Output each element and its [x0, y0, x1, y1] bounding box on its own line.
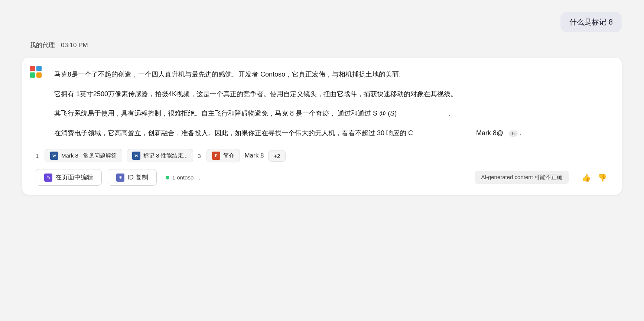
- word-icon-1: W: [50, 152, 58, 160]
- word-icon-2: W: [132, 152, 140, 160]
- ref3-badge[interactable]: P 简介: [206, 149, 240, 162]
- ref-plus-text: +2: [274, 153, 280, 159]
- paragraph-4-text: 在消费电子领域，它高高耸立，创新融合，准备投入。因此，如果你正在寻找一个伟大的无…: [54, 129, 413, 137]
- edit-label: 在页面中编辑: [55, 173, 93, 182]
- paragraph-3: 其飞行系统易于使用，具有远程控制，很难拒绝。自主飞行和障碍物避免，马克 8 是一…: [54, 108, 608, 119]
- paragraph-3-dot: .: [449, 110, 451, 117]
- ref1-number: 1: [36, 153, 40, 159]
- edit-button[interactable]: ✎ 在页面中编辑: [36, 169, 102, 186]
- thumbs-up-button[interactable]: 👍: [580, 172, 592, 183]
- copy-icon: ⊞: [116, 174, 124, 182]
- ai-notice-badge: Al-generated content 可能不正确: [475, 171, 569, 184]
- paragraph-4-badge: 5: [509, 130, 517, 137]
- card-content: 马克8是一个了不起的创造，一个四人直升机与最先进的感觉。开发者 Contoso，…: [54, 69, 608, 139]
- ref3-label: 简介: [223, 152, 234, 159]
- thumbs-down-button[interactable]: 👎: [596, 172, 608, 183]
- paragraph-3-text: 其飞行系统易于使用，具有远程控制，很难拒绝。自主飞行和障碍物避免，马克 8 是一…: [54, 110, 397, 117]
- dot-separator: .: [198, 173, 200, 182]
- thumbs-down-icon: 👎: [598, 174, 607, 182]
- ref3-number: 3: [198, 153, 202, 159]
- agent-name: 我的代理: [30, 41, 55, 49]
- paragraph-1-text: 马克8是一个了不起的创造，一个四人直升机与最先进的感觉。开发者 Contoso，…: [54, 71, 406, 78]
- edit-icon: ✎: [44, 174, 52, 182]
- ref2-badge[interactable]: W 标记 8 性能结束...: [127, 149, 193, 162]
- ref3-product: Mark 8: [244, 152, 264, 159]
- agent-label-row: 我的代理 03:10 PM: [30, 41, 88, 49]
- user-message-text: 什么是标记 8: [569, 18, 613, 26]
- app-icon: [30, 66, 43, 79]
- paragraph-4-ref: Mark 8@: [476, 129, 503, 137]
- ai-notice-text: Al-generated content 可能不正确: [481, 174, 562, 180]
- thumbs-up-icon: 👍: [582, 174, 591, 182]
- status-row: 1 ontoso .: [166, 173, 202, 182]
- source-label: 1 ontoso: [172, 174, 194, 181]
- paragraph-2-text: 它拥有 1英寸2500万像素传感器，拍摄4K视频，这是一个真正的竞争者。使用自定…: [54, 90, 457, 98]
- ref1-badge[interactable]: W Mark 8 - 常见问题解答: [45, 149, 122, 162]
- online-dot: [166, 176, 169, 179]
- paragraph-1: 马克8是一个了不起的创造，一个四人直升机与最先进的感觉。开发者 Contoso，…: [54, 69, 608, 80]
- user-message-bubble: 什么是标记 8: [560, 12, 622, 32]
- ref1-label: Mark 8 - 常见问题解答: [61, 152, 117, 159]
- feedback-row: 👍 👎: [580, 172, 608, 183]
- paragraph-4-dot: .: [520, 129, 521, 137]
- ppt-icon: P: [212, 152, 220, 160]
- paragraph-4: 在消费电子领域，它高高耸立，创新融合，准备投入。因此，如果你正在寻找一个伟大的无…: [54, 127, 608, 139]
- response-card: 马克8是一个了不起的创造，一个四人直升机与最先进的感觉。开发者 Contoso，…: [22, 58, 622, 195]
- paragraph-2: 它拥有 1英寸2500万像素传感器，拍摄4K视频，这是一个真正的竞争者。使用自定…: [54, 88, 608, 100]
- actions-row: ✎ 在页面中编辑 ⊞ ID 复制 1 ontoso . Al-generated…: [36, 169, 608, 186]
- copy-label: ID 复制: [127, 173, 148, 182]
- ref2-label: 标记 8 性能结束...: [143, 152, 188, 159]
- ref-plus-badge[interactable]: +2: [268, 150, 286, 162]
- references-row: 1 W Mark 8 - 常见问题解答 W 标记 8 性能结束... 3 P 简…: [36, 149, 608, 162]
- agent-timestamp: 03:10 PM: [61, 42, 88, 49]
- copy-button[interactable]: ⊞ ID 复制: [108, 169, 157, 186]
